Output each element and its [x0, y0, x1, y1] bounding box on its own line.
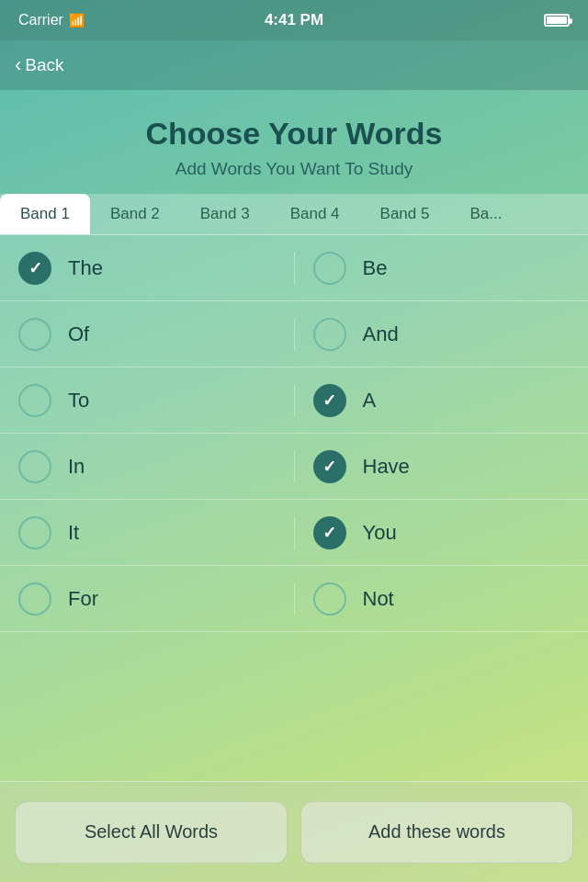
tab-band-6[interactable]: Ba... [449, 194, 522, 234]
word-cell-left-1: Of [0, 318, 295, 351]
tabs-container: Band 1Band 2Band 3Band 4Band 5Ba... [0, 194, 588, 235]
word-cell-right-3: ✓Have [295, 450, 589, 483]
back-label: Back [25, 55, 63, 75]
checkmark-icon: ✓ [322, 525, 336, 541]
carrier-label: Carrier [18, 12, 63, 28]
checkbox-left-1[interactable] [18, 318, 51, 351]
word-row: In✓Have [0, 434, 588, 500]
battery-icon [544, 14, 570, 27]
checkbox-left-5[interactable] [18, 582, 51, 616]
tab-band-1[interactable]: Band 1 [0, 194, 90, 234]
word-text-right-0: Be [363, 256, 388, 280]
checkbox-right-5[interactable] [313, 582, 346, 616]
checkbox-right-4[interactable]: ✓ [313, 516, 346, 549]
word-cell-right-1: And [295, 318, 589, 351]
word-text-right-3: Have [363, 455, 410, 479]
word-cell-left-0: ✓The [0, 252, 295, 285]
wifi-icon: 📶 [69, 13, 85, 28]
word-row: It✓You [0, 500, 588, 566]
word-row: To✓A [0, 368, 588, 434]
carrier-wifi: Carrier 📶 [18, 12, 85, 28]
add-words-button[interactable]: Add these words [300, 801, 573, 864]
select-all-button[interactable]: Select All Words [15, 801, 288, 864]
back-chevron-icon: ‹ [15, 53, 21, 77]
checkbox-right-0[interactable] [313, 252, 346, 285]
word-text-left-1: Of [68, 322, 89, 346]
word-text-left-3: In [68, 455, 85, 479]
word-cell-left-5: For [0, 582, 295, 616]
status-time: 4:41 PM [265, 11, 323, 29]
word-text-right-2: A [363, 389, 377, 413]
word-text-right-1: And [363, 322, 399, 346]
checkbox-left-2[interactable] [18, 384, 51, 417]
nav-bar: ‹ Back [0, 40, 588, 90]
checkbox-left-3[interactable] [18, 450, 51, 483]
word-text-left-0: The [68, 256, 103, 280]
main-content: Choose Your Words Add Words You Want To … [0, 90, 588, 781]
word-cell-left-2: To [0, 384, 295, 417]
checkbox-right-3[interactable]: ✓ [313, 450, 346, 483]
word-row: ForNot [0, 566, 588, 632]
battery-fill [547, 17, 567, 24]
bottom-bar: Select All Words Add these words [0, 781, 588, 882]
word-text-left-5: For [68, 587, 98, 611]
word-cell-right-0: Be [295, 252, 589, 285]
page-subtitle: Add Words You Want To Study [18, 159, 570, 179]
checkbox-right-1[interactable] [313, 318, 346, 351]
checkbox-right-2[interactable]: ✓ [313, 384, 346, 417]
status-bar: Carrier 📶 4:41 PM [0, 0, 588, 40]
tab-band-4[interactable]: Band 4 [270, 194, 360, 234]
word-cell-left-3: In [0, 450, 295, 483]
checkmark-icon: ✓ [322, 458, 336, 475]
back-button[interactable]: ‹ Back [15, 54, 64, 77]
word-cell-right-4: ✓You [295, 516, 589, 549]
checkmark-icon: ✓ [322, 392, 336, 409]
word-cell-left-4: It [0, 516, 295, 549]
tab-band-2[interactable]: Band 2 [90, 194, 180, 234]
word-cell-right-2: ✓A [295, 384, 589, 417]
page-title: Choose Your Words [18, 116, 570, 152]
words-list: ✓TheBeOfAndTo✓AIn✓HaveIt✓YouForNot [0, 235, 588, 781]
word-row: ✓TheBe [0, 235, 588, 301]
word-text-right-4: You [363, 521, 397, 545]
word-text-left-4: It [68, 521, 79, 545]
header: Choose Your Words Add Words You Want To … [0, 90, 588, 194]
checkbox-left-0[interactable]: ✓ [18, 252, 51, 285]
word-text-left-2: To [68, 389, 89, 413]
tab-band-3[interactable]: Band 3 [180, 194, 270, 234]
word-cell-right-5: Not [295, 582, 589, 616]
word-row: OfAnd [0, 301, 588, 368]
word-text-right-5: Not [363, 587, 394, 611]
checkbox-left-4[interactable] [18, 516, 51, 549]
checkmark-icon: ✓ [28, 260, 42, 277]
tab-band-5[interactable]: Band 5 [360, 194, 450, 234]
